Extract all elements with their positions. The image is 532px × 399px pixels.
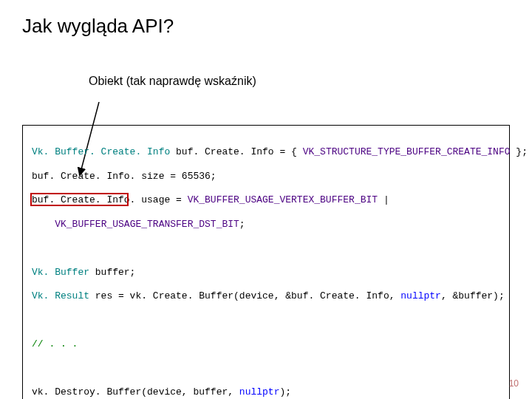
code-line-5: Vk. Buffer buffer; [32, 267, 500, 279]
code-text: | [378, 194, 389, 205]
code-text: res = vk. Create. Buffer(device, &buf. C… [89, 290, 400, 301]
code-text: ; [239, 219, 245, 230]
slide-title: Jak wygląda API? [22, 15, 510, 38]
enum-vertex-bit: VK_BUFFER_USAGE_VERTEX_BUFFER_BIT [188, 194, 378, 205]
code-line-6: Vk. Result res = vk. Create. Buffer(devi… [32, 290, 500, 302]
code-line-8: vk. Destroy. Buffer(device, buffer, null… [32, 386, 500, 398]
code-text: buf. Create. Info. usage = [32, 194, 188, 205]
type-vkbuffer: Vk. Buffer [32, 267, 89, 278]
code-line-1: Vk. Buffer. Create. Info buf. Create. In… [32, 146, 500, 158]
keyword-nullptr-2: nullptr [239, 386, 280, 398]
page-number: 10 [509, 378, 519, 389]
enum-structure-type: VK_STRUCTURE_TYPE_BUFFER_CREATE_INFO [303, 146, 511, 157]
code-text: ); [279, 386, 291, 398]
type-vkbuffercreateinfo: Vk. Buffer. Create. Info [32, 146, 170, 157]
keyword-nullptr-1: nullptr [400, 290, 441, 301]
code-line-7: // . . . [32, 338, 500, 350]
code-text: buffer; [89, 267, 135, 278]
code-text: }; [511, 146, 528, 157]
code-blank-1 [32, 242, 500, 254]
code-text: , &buffer); [441, 290, 505, 301]
code-blank-2 [32, 315, 500, 327]
comment-ellipsis: // . . . [32, 338, 78, 349]
enum-transfer-dst: VK_BUFFER_USAGE_TRANSFER_DST_BIT [55, 219, 239, 230]
type-vkresult: Vk. Result [32, 290, 89, 301]
code-block: Vk. Buffer. Create. Info buf. Create. In… [22, 125, 510, 399]
slide: Jak wygląda API? Obiekt (tak naprawdę ws… [0, 0, 532, 399]
code-line-2: buf. Create. Info. size = 65536; [32, 171, 500, 183]
annotation-text: Obiekt (tak naprawdę wskaźnik) [89, 75, 510, 88]
code-text: vk. Destroy. Buffer(device, buffer, [32, 386, 239, 398]
code-indent [32, 219, 55, 230]
code-text: buf. Create. Info. size = 65536; [32, 171, 216, 182]
code-line-4: VK_BUFFER_USAGE_TRANSFER_DST_BIT; [32, 219, 500, 231]
code-line-3: buf. Create. Info. usage = VK_BUFFER_USA… [32, 194, 500, 206]
code-blank-3 [32, 363, 500, 375]
code-text: buf. Create. Info = { [170, 146, 302, 157]
